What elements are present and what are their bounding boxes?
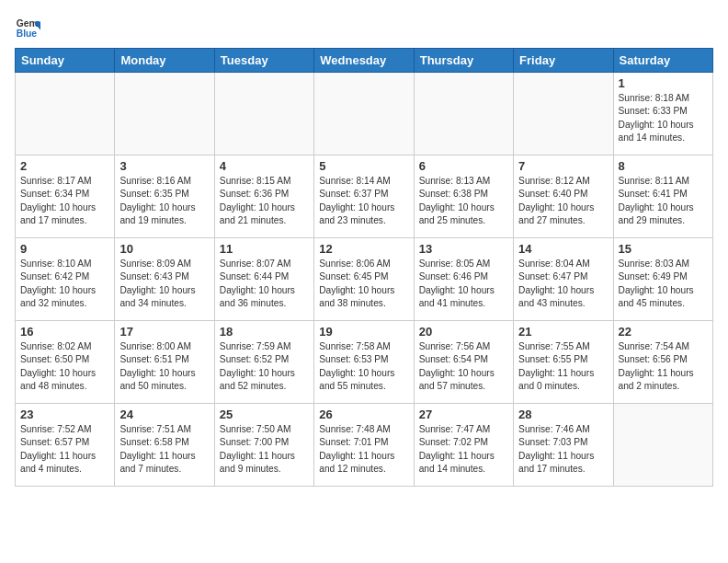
day-number: 20 [419, 325, 508, 339]
day-number: 22 [619, 325, 708, 339]
day-number: 17 [119, 325, 209, 339]
day-info: Sunrise: 7:48 AM Sunset: 7:01 PM Dayligh… [319, 423, 408, 476]
calendar-day [115, 73, 214, 155]
day-number: 27 [419, 408, 508, 421]
day-info: Sunrise: 7:46 AM Sunset: 7:03 PM Dayligh… [518, 423, 608, 476]
calendar-day [414, 73, 513, 155]
day-info: Sunrise: 8:04 AM Sunset: 6:47 PM Dayligh… [518, 258, 608, 310]
calendar-day: 8Sunrise: 8:11 AM Sunset: 6:41 PM Daylig… [613, 155, 712, 238]
calendar-day: 16Sunrise: 8:02 AM Sunset: 6:50 PM Dayli… [16, 321, 115, 404]
day-info: Sunrise: 8:09 AM Sunset: 6:43 PM Dayligh… [119, 258, 209, 310]
day-info: Sunrise: 8:13 AM Sunset: 6:38 PM Dayligh… [419, 175, 508, 227]
day-number: 8 [619, 159, 708, 173]
calendar-day: 24Sunrise: 7:51 AM Sunset: 6:58 PM Dayli… [115, 404, 214, 487]
day-number: 7 [518, 159, 608, 173]
day-info: Sunrise: 8:17 AM Sunset: 6:34 PM Dayligh… [20, 175, 109, 227]
calendar-day: 20Sunrise: 7:56 AM Sunset: 6:54 PM Dayli… [414, 321, 513, 404]
day-info: Sunrise: 8:10 AM Sunset: 6:42 PM Dayligh… [20, 258, 109, 310]
day-number: 24 [119, 408, 209, 421]
calendar-day: 17Sunrise: 8:00 AM Sunset: 6:51 PM Dayli… [115, 321, 214, 404]
calendar-day: 5Sunrise: 8:14 AM Sunset: 6:37 PM Daylig… [314, 155, 414, 238]
calendar-day: 12Sunrise: 8:06 AM Sunset: 6:45 PM Dayli… [314, 238, 414, 321]
day-number: 28 [518, 408, 608, 421]
calendar-day: 28Sunrise: 7:46 AM Sunset: 7:03 PM Dayli… [514, 404, 613, 487]
day-number: 25 [220, 408, 309, 421]
day-info: Sunrise: 8:15 AM Sunset: 6:36 PM Dayligh… [220, 175, 309, 227]
calendar-day [214, 73, 313, 155]
calendar-header: SundayMondayTuesdayWednesdayThursdayFrid… [16, 49, 713, 73]
calendar-week-2: 2Sunrise: 8:17 AM Sunset: 6:34 PM Daylig… [16, 155, 713, 238]
calendar-week-5: 23Sunrise: 7:52 AM Sunset: 6:57 PM Dayli… [16, 404, 713, 487]
day-number: 2 [20, 159, 109, 173]
day-info: Sunrise: 7:50 AM Sunset: 7:00 PM Dayligh… [220, 423, 309, 476]
day-info: Sunrise: 8:14 AM Sunset: 6:37 PM Dayligh… [319, 175, 408, 227]
calendar-day: 19Sunrise: 7:58 AM Sunset: 6:53 PM Dayli… [314, 321, 414, 404]
calendar-day: 2Sunrise: 8:17 AM Sunset: 6:34 PM Daylig… [16, 155, 115, 238]
day-number: 15 [619, 242, 708, 256]
day-info: Sunrise: 8:05 AM Sunset: 6:46 PM Dayligh… [419, 258, 508, 310]
day-number: 14 [518, 242, 608, 256]
calendar-day: 26Sunrise: 7:48 AM Sunset: 7:01 PM Dayli… [314, 404, 414, 487]
day-info: Sunrise: 7:51 AM Sunset: 6:58 PM Dayligh… [119, 423, 209, 476]
day-info: Sunrise: 8:02 AM Sunset: 6:50 PM Dayligh… [20, 340, 109, 393]
day-info: Sunrise: 7:59 AM Sunset: 6:52 PM Dayligh… [220, 340, 309, 393]
day-number: 16 [20, 325, 109, 339]
calendar-day: 11Sunrise: 8:07 AM Sunset: 6:44 PM Dayli… [214, 238, 313, 321]
day-number: 19 [319, 325, 408, 339]
day-number: 10 [119, 242, 209, 256]
day-info: Sunrise: 8:12 AM Sunset: 6:40 PM Dayligh… [518, 175, 608, 227]
day-number: 26 [319, 408, 408, 421]
logo: General Blue [15, 15, 44, 40]
day-info: Sunrise: 8:00 AM Sunset: 6:51 PM Dayligh… [119, 340, 209, 393]
calendar-day [16, 73, 115, 155]
calendar-day: 7Sunrise: 8:12 AM Sunset: 6:40 PM Daylig… [514, 155, 613, 238]
calendar-day: 10Sunrise: 8:09 AM Sunset: 6:43 PM Dayli… [115, 238, 214, 321]
calendar-day [613, 404, 712, 487]
day-info: Sunrise: 8:03 AM Sunset: 6:49 PM Dayligh… [619, 258, 708, 310]
day-info: Sunrise: 8:18 AM Sunset: 6:33 PM Dayligh… [619, 92, 708, 144]
day-number: 11 [220, 242, 309, 256]
day-info: Sunrise: 7:58 AM Sunset: 6:53 PM Dayligh… [319, 340, 408, 393]
day-number: 21 [518, 325, 608, 339]
calendar-day: 9Sunrise: 8:10 AM Sunset: 6:42 PM Daylig… [16, 238, 115, 321]
day-number: 9 [20, 242, 109, 256]
day-info: Sunrise: 8:06 AM Sunset: 6:45 PM Dayligh… [319, 258, 408, 310]
calendar-day [514, 73, 613, 155]
calendar-day: 13Sunrise: 8:05 AM Sunset: 6:46 PM Dayli… [414, 238, 513, 321]
svg-text:Blue: Blue [17, 29, 38, 39]
day-info: Sunrise: 7:47 AM Sunset: 7:02 PM Dayligh… [419, 423, 508, 476]
calendar-day: 25Sunrise: 7:50 AM Sunset: 7:00 PM Dayli… [214, 404, 313, 487]
weekday-header-friday: Friday [514, 49, 613, 73]
calendar-day [314, 73, 414, 155]
logo-icon: General Blue [15, 15, 40, 40]
calendar-day: 14Sunrise: 8:04 AM Sunset: 6:47 PM Dayli… [514, 238, 613, 321]
calendar-body: 1Sunrise: 8:18 AM Sunset: 6:33 PM Daylig… [16, 73, 713, 487]
calendar-day: 27Sunrise: 7:47 AM Sunset: 7:02 PM Dayli… [414, 404, 513, 487]
day-number: 4 [220, 159, 309, 173]
day-number: 5 [319, 159, 408, 173]
day-number: 6 [419, 159, 508, 173]
weekday-header-row: SundayMondayTuesdayWednesdayThursdayFrid… [16, 49, 713, 73]
weekday-header-saturday: Saturday [613, 49, 712, 73]
day-number: 3 [119, 159, 209, 173]
calendar-day: 1Sunrise: 8:18 AM Sunset: 6:33 PM Daylig… [613, 73, 712, 155]
calendar-day: 22Sunrise: 7:54 AM Sunset: 6:56 PM Dayli… [613, 321, 712, 404]
day-info: Sunrise: 7:56 AM Sunset: 6:54 PM Dayligh… [419, 340, 508, 393]
calendar-day: 6Sunrise: 8:13 AM Sunset: 6:38 PM Daylig… [414, 155, 513, 238]
calendar-week-3: 9Sunrise: 8:10 AM Sunset: 6:42 PM Daylig… [16, 238, 713, 321]
calendar-day: 15Sunrise: 8:03 AM Sunset: 6:49 PM Dayli… [613, 238, 712, 321]
day-info: Sunrise: 8:16 AM Sunset: 6:35 PM Dayligh… [119, 175, 209, 227]
weekday-header-monday: Monday [115, 49, 214, 73]
weekday-header-wednesday: Wednesday [314, 49, 414, 73]
page-header: General Blue [15, 15, 713, 40]
calendar-week-4: 16Sunrise: 8:02 AM Sunset: 6:50 PM Dayli… [16, 321, 713, 404]
day-info: Sunrise: 7:55 AM Sunset: 6:55 PM Dayligh… [518, 340, 608, 393]
calendar-day: 21Sunrise: 7:55 AM Sunset: 6:55 PM Dayli… [514, 321, 613, 404]
weekday-header-tuesday: Tuesday [214, 49, 313, 73]
day-info: Sunrise: 7:54 AM Sunset: 6:56 PM Dayligh… [619, 340, 708, 393]
calendar-day: 23Sunrise: 7:52 AM Sunset: 6:57 PM Dayli… [16, 404, 115, 487]
weekday-header-sunday: Sunday [16, 49, 115, 73]
day-number: 12 [319, 242, 408, 256]
calendar-day: 4Sunrise: 8:15 AM Sunset: 6:36 PM Daylig… [214, 155, 313, 238]
day-number: 13 [419, 242, 508, 256]
